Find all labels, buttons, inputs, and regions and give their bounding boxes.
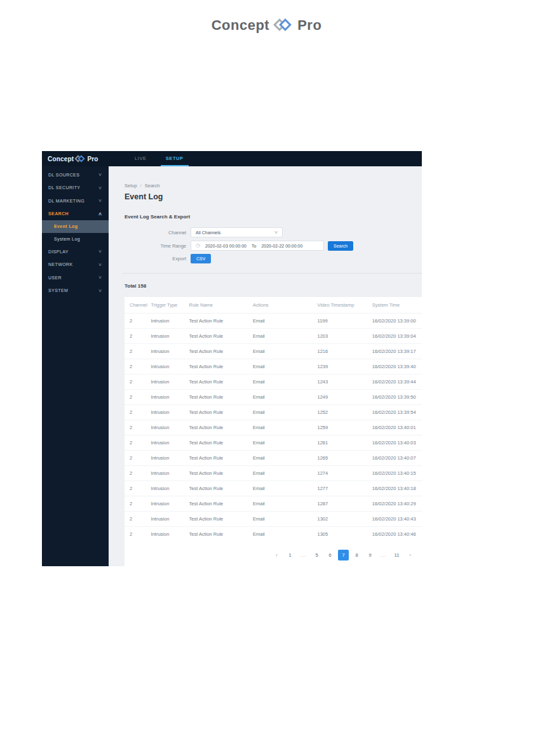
sidebar-item-label: SEARCH	[48, 211, 69, 216]
table-cell: 16/02/2020 13:40:18	[372, 481, 422, 496]
pagination-page-5[interactable]: 5	[311, 550, 322, 560]
table-cell: 1265	[318, 450, 372, 465]
column-header: Rule Name	[189, 297, 253, 313]
table-cell: Intrusion	[151, 450, 189, 465]
table-cell: 16/02/2020 13:40:07	[372, 450, 422, 465]
search-form: Channel All Channels ∨ Time Range ◷ 2020…	[125, 227, 422, 267]
table-cell: Intrusion	[151, 481, 189, 496]
table-cell: Intrusion	[151, 435, 189, 450]
pagination-prev-chevron-left-icon[interactable]: ‹	[271, 550, 282, 560]
app-window: Concept Pro LIVE SETUP DL SOURCES∨DL SEC…	[42, 151, 422, 566]
table-cell: Email	[253, 465, 318, 481]
chevron-down-icon: ∨	[98, 198, 103, 203]
table-cell: 2	[125, 526, 151, 541]
content-area: Setup / Search Event Log Event Log Searc…	[109, 166, 422, 566]
sidebar-item-dl-marketing[interactable]: DL MARKETING∨	[42, 194, 109, 208]
table-cell: Email	[253, 313, 318, 328]
pagination-page-9[interactable]: 9	[365, 550, 375, 560]
breadcrumb: Setup / Search	[125, 183, 422, 189]
breadcrumb-separator: /	[140, 183, 142, 189]
table-cell: 16/02/2020 13:39:50	[372, 389, 422, 404]
table-row: 2IntrusionTest Action RuleEmail124316/02…	[125, 374, 422, 389]
table-cell: 2	[125, 420, 151, 435]
table-cell: 2	[125, 496, 151, 511]
table-cell: 2	[125, 343, 151, 359]
table-cell: Test Action Rule	[189, 313, 253, 328]
sidebar-item-search[interactable]: SEARCH∧	[42, 208, 109, 221]
table-cell: Email	[253, 481, 318, 496]
pagination-page-7[interactable]: 7	[338, 550, 349, 560]
sidebar-item-user[interactable]: USER∨	[42, 271, 109, 284]
table-cell: Test Action Rule	[189, 359, 253, 374]
table-row: 2IntrusionTest Action RuleEmail120316/02…	[125, 328, 422, 343]
sidebar-item-label: SYSTEM	[48, 288, 68, 293]
pagination-page-11[interactable]: 11	[391, 550, 402, 560]
table-cell: Email	[253, 435, 318, 450]
pagination: ‹1...56789...11›	[125, 550, 422, 566]
time-to-value[interactable]: 2020-02-22 00:00:00	[261, 244, 302, 248]
sidebar-item-label: NETWORK	[48, 262, 73, 267]
table-cell: Test Action Rule	[189, 404, 253, 420]
table-row: 2IntrusionTest Action RuleEmail125916/02…	[125, 420, 422, 435]
table-cell: 1216	[318, 343, 372, 359]
table-cell: 2	[125, 389, 151, 404]
table-cell: 16/02/2020 13:39:04	[372, 328, 422, 343]
sidebar-item-dl-sources[interactable]: DL SOURCES∨	[42, 168, 109, 182]
table-cell: Test Action Rule	[189, 389, 253, 404]
table-cell: Intrusion	[151, 404, 189, 420]
chevron-down-icon: ∨	[98, 262, 103, 267]
column-header: Trigger Type	[151, 297, 189, 313]
sidebar-item-label: System Log	[54, 237, 80, 241]
table-cell: 2	[125, 359, 151, 374]
pagination-page-1[interactable]: 1	[285, 550, 295, 560]
table-row: 2IntrusionTest Action RuleEmail121616/02…	[125, 343, 422, 359]
pagination-next-chevron-right-icon[interactable]: ›	[405, 550, 415, 560]
table-cell: 16/02/2020 13:39:17	[372, 343, 422, 359]
table-cell: 2	[125, 313, 151, 328]
chevron-down-icon: ∨	[274, 230, 278, 235]
sidebar-item-display[interactable]: DISPLAY∨	[42, 245, 109, 258]
pagination-page-6[interactable]: 6	[325, 550, 335, 560]
table-row: 2IntrusionTest Action RuleEmail128716/02…	[125, 496, 422, 511]
column-header: System Time	[372, 297, 422, 313]
tab-setup[interactable]: SETUP	[161, 151, 189, 166]
breadcrumb-search[interactable]: Search	[145, 183, 160, 189]
pagination-page-8[interactable]: 8	[351, 550, 362, 560]
table-cell: 2	[125, 435, 151, 450]
table-cell: 1274	[318, 465, 372, 481]
table-header-row: ChannelTrigger TypeRule NameActionsVideo…	[125, 297, 422, 313]
table-cell: 1203	[318, 328, 372, 343]
channel-select-value: All Channels	[196, 230, 220, 235]
time-from-value[interactable]: 2020-02-03 00:00:00	[205, 244, 246, 248]
table-row: 2IntrusionTest Action RuleEmail127716/02…	[125, 481, 422, 496]
sidebar-item-dl-security[interactable]: DL SECURITY∨	[42, 182, 109, 195]
app-logo: Concept Pro	[42, 151, 109, 166]
table-cell: 1305	[318, 526, 372, 541]
sidebar-item-system-log[interactable]: System Log	[42, 233, 109, 246]
channel-select[interactable]: All Channels ∨	[191, 227, 283, 237]
csv-export-button[interactable]: CSV	[191, 254, 211, 263]
site-logo-text-concept: Concept	[212, 17, 270, 34]
table-cell: 16/02/2020 13:40:29	[372, 496, 422, 511]
table-cell: Intrusion	[151, 496, 189, 511]
app-logo-text-concept: Concept	[48, 156, 74, 162]
search-button[interactable]: Search	[328, 241, 353, 251]
time-range-input[interactable]: ◷ 2020-02-03 00:00:00 To 2020-02-22 00:0…	[191, 241, 324, 251]
sidebar-item-network[interactable]: NETWORK∨	[42, 258, 109, 272]
sidebar-item-event-log[interactable]: Event Log	[42, 220, 109, 233]
sidebar-item-system[interactable]: SYSTEM∨	[42, 284, 109, 298]
time-range-label: Time Range	[125, 243, 186, 249]
tab-live[interactable]: LIVE	[130, 151, 152, 166]
table-cell: Test Action Rule	[189, 343, 253, 359]
event-table-body: 2IntrusionTest Action RuleEmail119916/02…	[125, 313, 422, 541]
export-label: Export	[125, 256, 186, 262]
table-cell: Test Action Rule	[189, 435, 253, 450]
table-cell: 16/02/2020 13:40:01	[372, 420, 422, 435]
sidebar-item-label: DL SECURITY	[48, 185, 80, 190]
table-cell: Intrusion	[151, 465, 189, 481]
table-cell: 2	[125, 404, 151, 420]
table-cell: 1287	[318, 496, 372, 511]
breadcrumb-setup[interactable]: Setup	[125, 183, 137, 189]
table-cell: 1261	[318, 435, 372, 450]
table-cell: 2	[125, 511, 151, 526]
